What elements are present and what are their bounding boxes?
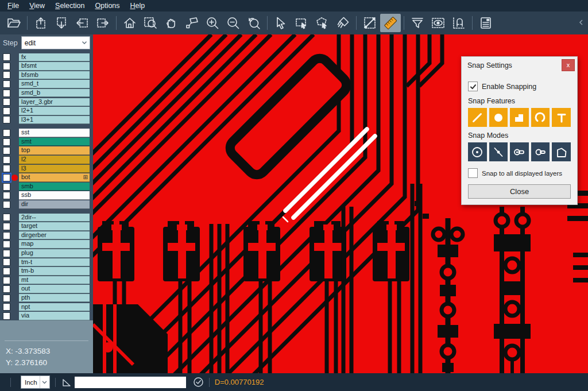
- menu-item-help[interactable]: Help: [125, 1, 150, 11]
- layer-visibility-checkbox[interactable]: [3, 312, 10, 320]
- units-dropdown[interactable]: Inch: [21, 375, 50, 389]
- snap-mode-corner-button[interactable]: [552, 142, 571, 161]
- enable-snapping-checkbox[interactable]: [468, 82, 478, 91]
- layer-row-smt[interactable]: smt: [0, 137, 93, 146]
- layer-visibility-checkbox[interactable]: [3, 201, 10, 208]
- dialog-close-button[interactable]: x: [562, 59, 575, 71]
- layer-label[interactable]: tm-t: [19, 258, 90, 267]
- layer-row-l2[interactable]: l2: [0, 156, 93, 165]
- apply-sync-icon[interactable]: [193, 377, 204, 388]
- layer-row-fx[interactable]: fx: [0, 53, 93, 62]
- layer-visibility-checkbox[interactable]: [3, 129, 10, 137]
- measure-line-button[interactable]: [359, 14, 380, 32]
- layer-row-plug[interactable]: plug: [0, 249, 93, 258]
- angle-measure-icon[interactable]: [61, 377, 72, 388]
- layer-visibility-checkbox[interactable]: [3, 63, 10, 70]
- layer-row-top[interactable]: top: [0, 146, 93, 156]
- layer-row-target[interactable]: target: [0, 222, 93, 231]
- layer-row-layer-3-gbr[interactable]: layer_3.gbr: [0, 98, 93, 107]
- layer-visibility-checkbox[interactable]: [3, 241, 10, 248]
- layer-label[interactable]: sst: [19, 129, 90, 137]
- zoom-area-button[interactable]: [140, 14, 161, 32]
- layer-row-out[interactable]: out: [0, 285, 93, 294]
- layer-visibility-checkbox[interactable]: [3, 174, 10, 181]
- select-rectangle-button[interactable]: [291, 14, 312, 32]
- layer-label[interactable]: npt: [19, 303, 90, 312]
- layer-visibility-checkbox[interactable]: [3, 295, 10, 302]
- select-pointer-button[interactable]: [270, 14, 291, 32]
- report-button[interactable]: [475, 14, 496, 32]
- layer-label[interactable]: smd_t: [19, 80, 90, 88]
- pan-down-button[interactable]: [51, 14, 72, 32]
- layer-row-bfsmb[interactable]: bfsmb: [0, 71, 93, 80]
- menu-item-view[interactable]: View: [24, 1, 50, 11]
- snap-feature-arc-button[interactable]: [531, 108, 550, 127]
- layer-label[interactable]: dirgerber: [19, 231, 90, 240]
- layer-label[interactable]: l2+1: [19, 107, 90, 115]
- layer-label[interactable]: map: [19, 240, 90, 249]
- dialog-close-action-button[interactable]: Close: [468, 184, 571, 199]
- layer-label[interactable]: pth: [19, 294, 90, 303]
- layer-visibility-checkbox[interactable]: [3, 71, 10, 79]
- layer-row-l3-1[interactable]: l3+1: [0, 115, 93, 125]
- zoom-previous-button[interactable]: [243, 14, 264, 32]
- layer-row-tm-t[interactable]: tm-t: [0, 258, 93, 267]
- layer-row-via[interactable]: via: [0, 312, 93, 321]
- snap-feature-text-button[interactable]: [552, 108, 571, 127]
- layer-label[interactable]: smt: [19, 138, 90, 146]
- zoom-out-button[interactable]: [223, 14, 243, 32]
- layer-visibility-checkbox[interactable]: [3, 147, 10, 154]
- layer-visibility-checkbox[interactable]: [3, 303, 10, 311]
- layer-row-npt[interactable]: npt: [0, 303, 93, 312]
- zoom-in-button[interactable]: [202, 14, 223, 32]
- layer-visibility-checkbox[interactable]: [3, 98, 10, 106]
- layer-visibility-checkbox[interactable]: [3, 107, 10, 115]
- pan-left-button[interactable]: [72, 14, 92, 32]
- menu-item-options[interactable]: Options: [90, 1, 125, 11]
- layer-label[interactable]: bfsmt: [19, 62, 90, 71]
- layer-visibility-checkbox[interactable]: [3, 165, 10, 172]
- layer-label[interactable]: bot⊞: [19, 173, 90, 182]
- pan-hand-button[interactable]: [161, 14, 181, 32]
- step-select[interactable]: edit: [21, 36, 90, 49]
- layer-row-bfsmt[interactable]: bfsmt: [0, 62, 93, 71]
- paint-brush-button[interactable]: [332, 14, 353, 32]
- filter-button[interactable]: [407, 14, 428, 32]
- layer-visibility-checkbox[interactable]: [3, 192, 10, 199]
- layer-label[interactable]: mt: [19, 276, 90, 285]
- dialog-title-bar[interactable]: Snap Settings x: [462, 57, 577, 73]
- layer-row-ssb[interactable]: ssb: [0, 191, 93, 200]
- layer-label[interactable]: 2dir--: [19, 214, 90, 222]
- layer-row-dirgerber[interactable]: dirgerber: [0, 231, 93, 240]
- layer-row-smd-b[interactable]: smd_b: [0, 88, 93, 98]
- layer-visibility-checkbox[interactable]: [3, 80, 10, 88]
- measure-input[interactable]: [75, 377, 186, 388]
- layer-visibility-checkbox[interactable]: [3, 53, 10, 61]
- layer-row-smb[interactable]: smb: [0, 182, 93, 191]
- layer-visibility-checkbox[interactable]: [3, 214, 10, 221]
- zoom-object-button[interactable]: [181, 14, 202, 32]
- layer-row-mt[interactable]: mt: [0, 276, 93, 285]
- layer-label[interactable]: target: [19, 222, 90, 231]
- layer-label[interactable]: via: [19, 312, 90, 320]
- layer-label[interactable]: out: [19, 285, 90, 293]
- layer-visibility-checkbox[interactable]: [3, 183, 10, 191]
- snap-all-layers-checkbox[interactable]: [468, 168, 478, 178]
- layer-label[interactable]: ssb: [19, 191, 90, 200]
- layer-label[interactable]: fx: [19, 53, 90, 62]
- pan-right-button[interactable]: [92, 14, 113, 32]
- layer-row-map[interactable]: map: [0, 240, 93, 249]
- open-folder-button[interactable]: [3, 14, 24, 32]
- layer-row-dir[interactable]: dir: [0, 200, 93, 210]
- layer-visibility-checkbox[interactable]: [3, 285, 10, 293]
- layer-label[interactable]: l2: [19, 156, 90, 164]
- pan-up-button[interactable]: [30, 14, 51, 32]
- layer-row-l3[interactable]: l3: [0, 164, 93, 173]
- layer-visibility-checkbox[interactable]: [3, 90, 10, 97]
- ruler-button[interactable]: [380, 14, 401, 32]
- layer-label[interactable]: bfsmb: [19, 71, 90, 80]
- layer-label[interactable]: top: [19, 146, 90, 155]
- layer-label[interactable]: l3: [19, 165, 90, 173]
- layer-visibility-checkbox[interactable]: [3, 116, 10, 123]
- snap-feature-surface-button[interactable]: [510, 108, 529, 127]
